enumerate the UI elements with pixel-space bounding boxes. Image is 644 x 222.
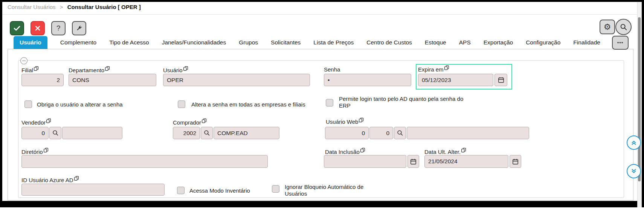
- vendedor-label: Vendedor: [21, 119, 51, 126]
- comprador-desc-input[interactable]: [214, 127, 279, 139]
- tab-centro-de-custos[interactable]: Centro de Custos: [366, 39, 412, 46]
- filial-label: Filial: [21, 66, 38, 73]
- close-icon: [34, 24, 41, 32]
- comprador-label: Comprador: [173, 119, 206, 126]
- copy-icon: [360, 148, 365, 152]
- tab-configuracao[interactable]: Configuração: [526, 39, 560, 46]
- checkbox-permite-login-ad[interactable]: [326, 99, 333, 106]
- usuario-web-search-button[interactable]: [394, 127, 406, 139]
- tab-complemento[interactable]: Complemento: [60, 39, 97, 46]
- comprador-code-input[interactable]: [173, 127, 200, 139]
- breadcrumb-parent[interactable]: Consultar Usuários: [8, 4, 56, 10]
- calendar-icon: [497, 76, 505, 84]
- usuario-web-input-1[interactable]: [325, 127, 369, 139]
- cancel-button[interactable]: [31, 21, 45, 35]
- id-azure-label: ID Usuário Azure AD: [21, 176, 79, 183]
- data-ult-alter-input[interactable]: [424, 155, 508, 168]
- copy-icon: [74, 176, 79, 181]
- window-bottom-edge: [0, 201, 644, 207]
- senha-label: Senha: [324, 66, 340, 73]
- expira-em-label: Expira em: [418, 65, 449, 73]
- tab-finalidade[interactable]: Finalidade: [573, 39, 600, 46]
- vendedor-code-input[interactable]: [21, 127, 49, 139]
- filial-input[interactable]: [21, 74, 64, 86]
- copy-icon: [359, 118, 363, 122]
- gear-icon: ⚙: [604, 23, 611, 31]
- checkbox-obriga-alterar-senha[interactable]: [24, 100, 32, 108]
- copy-icon: [44, 148, 48, 152]
- wrench-icon: [75, 24, 83, 32]
- window-frame-top: [0, 0, 644, 2]
- copy-icon: [444, 65, 449, 70]
- expira-em-calendar-button[interactable]: [494, 74, 507, 86]
- data-inclusao-calendar-button[interactable]: [407, 155, 419, 168]
- diretorio-input[interactable]: [21, 155, 268, 168]
- calendar-icon: [410, 158, 417, 165]
- scroll-to-bottom-button[interactable]: [627, 164, 641, 178]
- app-window: Consultar Usuários > Consultar Usuário […: [0, 0, 644, 222]
- data-inclusao-label: Data Inclusão: [325, 148, 365, 155]
- data-ult-alter-calendar-button[interactable]: [510, 155, 521, 168]
- checkbox-permite-ad-label: Permite login tanto pelo AD quanto pela …: [339, 96, 465, 109]
- collapse-toggle[interactable]: [20, 57, 27, 64]
- more-tabs-button[interactable]: •••: [612, 36, 629, 50]
- checkbox-acessa-inventario-label: Acessa Modo Inventário: [189, 187, 250, 194]
- tab-grupos[interactable]: Grupos: [239, 39, 258, 46]
- tools-button[interactable]: [72, 21, 86, 35]
- tab-bar: Usuário Complemento Tipo de Acesso Janel…: [14, 36, 621, 49]
- breadcrumb-separator: >: [60, 4, 63, 10]
- usuario-label: Usuário: [163, 66, 188, 73]
- tab-aps[interactable]: APS: [459, 39, 471, 46]
- copy-icon: [46, 119, 51, 123]
- comprador-search-button[interactable]: [201, 127, 213, 139]
- scroll-to-top-button[interactable]: [627, 135, 641, 150]
- tab-estoque[interactable]: Estoque: [425, 39, 446, 46]
- header-divider: [2, 14, 641, 15]
- double-chevron-up-icon: [630, 139, 638, 146]
- usuario-web-label: Usuário Web: [326, 118, 363, 125]
- search-button[interactable]: [615, 19, 632, 35]
- search-icon: [620, 23, 628, 31]
- confirm-button[interactable]: [10, 21, 24, 35]
- id-azure-input[interactable]: [21, 184, 165, 196]
- usuario-input[interactable]: [163, 74, 310, 86]
- question-mark-icon: ?: [56, 24, 61, 32]
- breadcrumb-current: Consultar Usuário [ OPER ]: [67, 4, 141, 10]
- usuario-web-desc-input[interactable]: [407, 127, 529, 139]
- tab-lista-de-precos[interactable]: Lista de Preços: [313, 39, 354, 46]
- tab-solicitantes[interactable]: Solicitantes: [271, 39, 301, 46]
- vendedor-desc-input[interactable]: [62, 127, 122, 139]
- vertical-scrollbar-thumb[interactable]: [638, 17, 641, 181]
- expira-em-input[interactable]: [418, 74, 493, 86]
- window-frame-left: [0, 0, 2, 207]
- search-icon: [203, 129, 211, 137]
- data-inclusao-input[interactable]: [324, 155, 406, 168]
- vendedor-search-button[interactable]: [49, 127, 61, 139]
- data-ult-alter-label: Data Ult. Alter.: [424, 148, 466, 155]
- checkbox-acessa-inventario[interactable]: [177, 187, 185, 194]
- check-icon: [13, 24, 21, 32]
- tab-usuario[interactable]: Usuário: [14, 36, 47, 49]
- checkbox-ignorar-bloqueio[interactable]: [272, 185, 279, 193]
- copy-icon: [183, 66, 188, 71]
- departamento-input[interactable]: [69, 74, 156, 86]
- search-icon: [397, 129, 404, 137]
- diretorio-label: Diretório: [21, 148, 48, 155]
- minus-icon: [22, 61, 26, 61]
- search-icon: [52, 129, 59, 137]
- copy-icon: [105, 66, 110, 71]
- window-frame-right: [641, 0, 644, 207]
- help-button[interactable]: ?: [51, 21, 66, 35]
- tab-janelas-funcionalidades[interactable]: Janelas/Funcionalidades: [162, 39, 226, 46]
- senha-input[interactable]: [324, 74, 411, 86]
- copy-icon: [461, 148, 466, 152]
- departamento-label: Departamento: [69, 66, 110, 73]
- checkbox-altera-label: Altera a senha em todas as empresas e fi…: [191, 101, 305, 108]
- tab-tipo-de-acesso[interactable]: Tipo de Acesso: [109, 39, 149, 46]
- settings-button[interactable]: ⚙: [600, 20, 615, 34]
- usuario-web-input-2[interactable]: [369, 127, 393, 139]
- checkbox-altera-senha-empresas[interactable]: [178, 100, 185, 108]
- calendar-icon: [512, 158, 519, 165]
- tab-exportacao[interactable]: Exportação: [484, 39, 513, 46]
- ellipsis-icon: •••: [617, 40, 624, 46]
